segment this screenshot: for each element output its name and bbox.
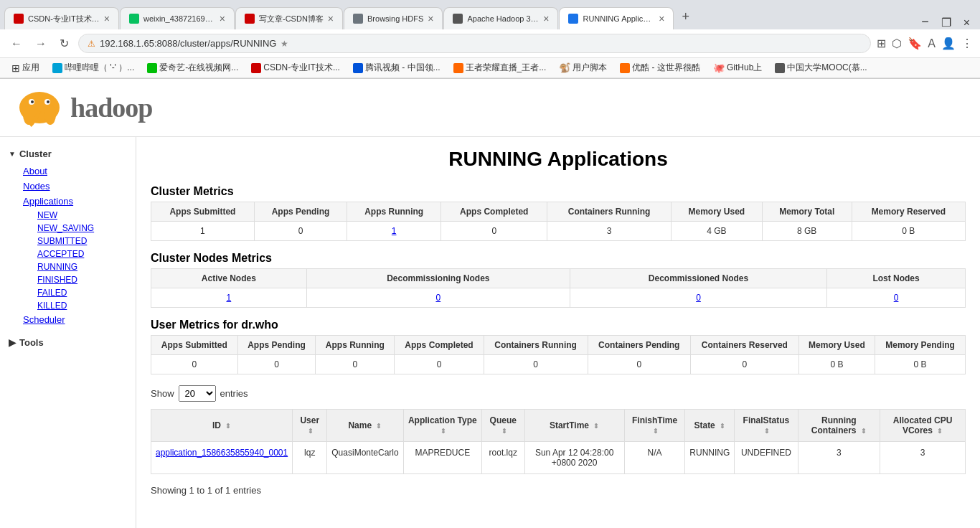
th-id[interactable]: ID ⇕ [151,410,293,442]
val-memory-total: 8 GB [762,222,852,241]
tab-close-write[interactable]: × [328,13,334,24]
tab-close-hadoop[interactable]: × [543,13,549,24]
sort-arrows-finishtime: ⇕ [653,428,659,435]
bookmark-game[interactable]: 王者荣耀直播_王者... [449,60,551,75]
bookmark-csdn[interactable]: CSDN-专业IT技术... [247,60,344,75]
th-state[interactable]: State ⇕ [685,410,735,442]
sidebar-link-applications[interactable]: Applications [14,194,136,209]
bookmark-youku[interactable]: 优酷 - 这世界很酷 [616,60,705,75]
th-alloc-cpu[interactable]: Allocated CPU VCores ⇕ [880,410,966,442]
cell-start-time: Sun Apr 12 04:28:00 +0800 2020 [524,442,624,474]
svg-point-5 [31,100,34,103]
cluster-nodes-title: Cluster Nodes Metrics [151,252,966,265]
sort-arrows-starttime: ⇕ [593,423,599,430]
ucol-3: Apps Completed [395,336,484,355]
val-decommissioning-nodes: 0 [306,288,570,308]
sidebar-cluster-header[interactable]: ▼ Cluster [0,144,136,164]
tab-weixin[interactable]: weixin_43872169的博... × [120,7,235,29]
cell-alloc-cpu: 3 [880,442,966,474]
tab-favicon-running [568,14,578,24]
sidebar-link-nodes[interactable]: Nodes [14,179,136,194]
tab-close-hdfs[interactable]: × [428,13,433,24]
uval-8: 0 B [875,355,966,374]
tab-close-running[interactable]: × [659,13,664,24]
user-metrics-title: User Metrics for dr.who [151,319,966,331]
bookmark-bilibili[interactable]: 哔哩哔哩（ '-' ）... [48,60,138,75]
tab-write[interactable]: 写文章-CSDN博客 × [235,7,343,29]
apps-running-link[interactable]: 1 [392,226,397,236]
bookmark-github[interactable]: 🐙 GitHub上 [709,60,766,75]
th-final-status[interactable]: FinalStatus ⇕ [735,410,798,442]
th-queue-label: Queue [490,415,517,425]
col-decommissioned-nodes: Decommissioned Nodes [570,269,826,288]
address-bar[interactable]: ⚠ 192.168.1.65:8088/cluster/apps/RUNNING… [78,34,871,53]
sidebar-tools-header[interactable]: ▶ Tools [0,333,136,352]
tab-hadoop[interactable]: Apache Hadoop 3.2.1... × [443,7,558,29]
translate-icon[interactable]: A [928,37,936,50]
bilibili-icon [52,63,62,73]
sidebar-sublink-submitted[interactable]: SUBMITTED [29,235,136,248]
hadoop-logo: hadoop [14,86,152,129]
bookmark-mooc[interactable]: 中国大学MOOC(慕... [771,60,871,75]
svg-point-6 [47,100,50,103]
userscript-icon: 🐒 [559,62,570,73]
th-finishtime[interactable]: FinishTime ⇕ [624,410,685,442]
active-nodes-link[interactable]: 1 [227,293,232,303]
minimize-button[interactable]: − [915,14,935,29]
ucol-4: Containers Running [484,336,588,355]
sidebar-sublink-new-saving[interactable]: NEW_SAVING [29,222,136,235]
lost-nodes-link[interactable]: 0 [894,293,899,303]
sidebar-sublink-running[interactable]: RUNNING [29,260,136,273]
bookmark-icon[interactable]: 🔖 [908,37,922,50]
tab-running[interactable]: RUNNING Applicatio... × [559,7,674,29]
th-starttime[interactable]: StartTime ⇕ [524,410,624,442]
sidebar-link-scheduler[interactable]: Scheduler [14,312,136,327]
refresh-button[interactable]: ↻ [56,35,72,52]
decommissioned-nodes-link[interactable]: 0 [696,293,701,303]
tab-label-hadoop: Apache Hadoop 3.2.1... [467,14,539,23]
sort-arrows-id: ⇕ [225,423,231,430]
new-tab-button[interactable]: + [674,4,697,29]
sidebar-sublink-failed[interactable]: FAILED [29,286,136,299]
sidebar-sublink-accepted[interactable]: ACCEPTED [29,248,136,260]
th-name[interactable]: Name ⇕ [327,410,403,442]
decommissioning-nodes-link[interactable]: 0 [435,293,440,303]
bookmark-label-apps: 应用 [22,62,39,74]
back-button[interactable]: ← [7,36,26,52]
show-entries-control: Show 10 20 50 100 entries [151,385,966,402]
profile-cast-icon[interactable]: ⊞ [877,37,886,50]
bookmark-star-icon[interactable]: ★ [281,39,288,49]
uval-5: 0 [588,355,691,374]
browser-actions: ⊞ ⬡ 🔖 A 👤 ⋮ [877,37,973,50]
sidebar-sublink-finished[interactable]: FINISHED [29,273,136,286]
tab-close-csdn1[interactable]: × [104,13,110,24]
entries-select[interactable]: 10 20 50 100 [179,385,216,402]
sidebar-link-about[interactable]: About [14,164,136,179]
ucol-1: Apps Pending [237,336,316,355]
show-label: Show [151,388,174,399]
col-lost-nodes: Lost Nodes [827,269,966,288]
th-queue[interactable]: Queue ⇕ [481,410,524,442]
sidebar-sublink-new[interactable]: NEW [29,209,136,222]
tab-csdn1[interactable]: CSDN-专业IT技术社区 × [4,7,119,29]
extensions-icon[interactable]: ⬡ [892,37,902,50]
menu-icon[interactable]: ⋮ [961,37,973,50]
github-icon: 🐙 [713,62,725,73]
th-running-containers[interactable]: Running Containers ⇕ [798,410,880,442]
app-id-link[interactable]: application_1586635855940_0001 [156,448,288,458]
tab-hdfs[interactable]: Browsing HDFS × [344,7,443,29]
restore-button[interactable]: ❐ [936,16,957,29]
bookmark-iqiyi[interactable]: 爱奇艺-在线视频网... [143,60,242,75]
sidebar-sublink-killed[interactable]: KILLED [29,299,136,312]
bookmark-apps[interactable]: ⊞ 应用 [7,60,44,75]
bookmark-tencent[interactable]: 腾讯视频 - 中国领... [349,60,445,75]
th-user[interactable]: User ⇕ [293,410,327,442]
tab-close-weixin[interactable]: × [220,13,225,24]
close-window-button[interactable]: × [958,16,976,29]
account-icon[interactable]: 👤 [941,37,956,50]
th-app-type[interactable]: Application Type ⇕ [403,410,481,442]
forward-button[interactable]: → [32,36,50,52]
cell-user: lqz [293,442,327,474]
bookmark-userscript[interactable]: 🐒 用户脚本 [555,60,611,75]
sort-arrows-name: ⇕ [376,423,382,430]
